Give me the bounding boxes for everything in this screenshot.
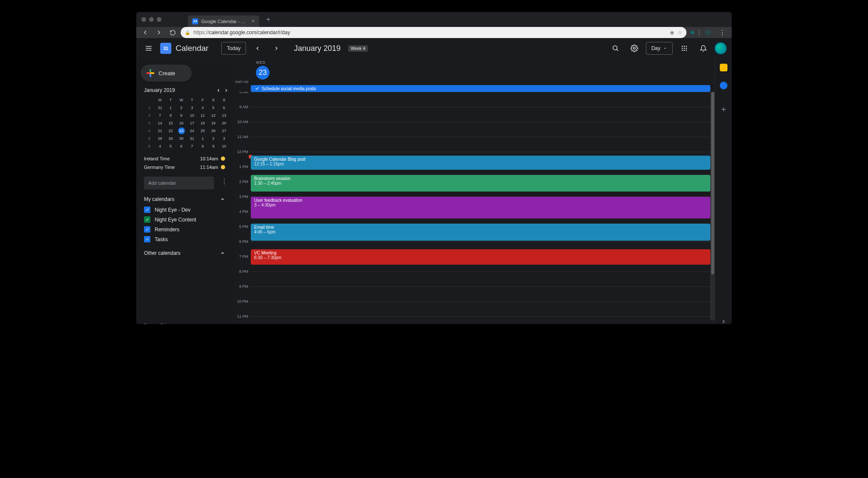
new-tab-button[interactable]: ＋ bbox=[263, 14, 274, 25]
back-button[interactable] bbox=[140, 27, 151, 38]
hour-slot[interactable] bbox=[251, 316, 710, 324]
mini-day-cell[interactable]: 27 bbox=[219, 127, 229, 135]
other-calendars-section[interactable]: Other calendars bbox=[136, 245, 233, 258]
mini-day-cell[interactable]: 4 bbox=[155, 142, 165, 150]
extension-icon[interactable] bbox=[691, 31, 694, 34]
mini-day-cell[interactable]: 2 bbox=[208, 135, 219, 142]
next-period-button[interactable] bbox=[269, 41, 284, 56]
calendar-event[interactable]: VC Meeting6:30 – 7:30pm bbox=[251, 249, 710, 265]
add-calendar-input[interactable]: Add calendar bbox=[144, 177, 214, 189]
calendar-checkbox[interactable]: ✓ bbox=[144, 216, 150, 223]
mini-next-month[interactable] bbox=[223, 87, 229, 94]
calendar-checkbox[interactable]: ✓ bbox=[144, 207, 150, 213]
browser-menu-icon[interactable]: ⋮ bbox=[716, 29, 728, 37]
scrollbar-thumb[interactable] bbox=[711, 92, 714, 274]
mini-day-cell[interactable]: 14 bbox=[155, 119, 165, 127]
privacy-link[interactable]: Privacy bbox=[160, 323, 174, 324]
mini-day-cell[interactable]: 6 bbox=[219, 104, 229, 112]
add-calendar-menu-icon[interactable]: ⋮ bbox=[221, 177, 233, 186]
scrollbar[interactable] bbox=[710, 92, 715, 320]
apps-grid-icon[interactable] bbox=[677, 41, 692, 56]
mini-day-cell[interactable]: 17 bbox=[187, 119, 197, 127]
mini-day-cell[interactable]: 5 bbox=[165, 142, 176, 150]
close-window[interactable] bbox=[141, 17, 146, 22]
bookmark-icon[interactable]: ☆ bbox=[677, 30, 682, 35]
address-bar[interactable]: 🔒 https://calendar.google.com/calendar/r… bbox=[181, 27, 686, 38]
mini-day-cell[interactable]: 9 bbox=[176, 112, 187, 119]
keep-icon[interactable] bbox=[720, 64, 727, 71]
mini-day-cell[interactable]: 1 bbox=[197, 135, 208, 142]
collapse-panel-icon[interactable] bbox=[721, 319, 727, 324]
calendar-event[interactable]: Email time4:45 – 6pm bbox=[251, 224, 710, 241]
extension-settings-icon[interactable] bbox=[703, 27, 714, 38]
mini-day-cell[interactable]: 3 bbox=[187, 104, 197, 112]
hour-slot[interactable] bbox=[251, 137, 710, 152]
mini-day-cell[interactable]: 22 bbox=[165, 127, 176, 135]
all-day-event[interactable]: Schedule social media posts bbox=[251, 85, 710, 92]
reload-button[interactable] bbox=[167, 27, 178, 38]
mini-day-cell[interactable]: 13 bbox=[219, 112, 229, 119]
calendar-checkbox[interactable]: ✓ bbox=[144, 226, 150, 233]
mini-day-cell[interactable]: 19 bbox=[208, 119, 219, 127]
browser-tab[interactable]: 23 Google Calendar - Wednesday ✕ bbox=[188, 15, 259, 27]
mini-day-cell[interactable]: 31 bbox=[155, 104, 165, 112]
hour-slot[interactable] bbox=[251, 271, 710, 286]
mini-day-cell[interactable]: 26 bbox=[208, 127, 219, 135]
site-info-icon[interactable]: ◉ bbox=[670, 30, 674, 35]
create-button[interactable]: Create bbox=[141, 65, 192, 82]
calendar-item[interactable]: ✓Reminders bbox=[144, 224, 225, 234]
day-number[interactable]: 23 bbox=[256, 66, 270, 80]
calendar-event[interactable]: Google Calendar Blog post12:15 – 1:15pm bbox=[251, 156, 710, 170]
hour-slot[interactable] bbox=[251, 92, 710, 107]
mini-day-cell[interactable]: 7 bbox=[155, 112, 165, 119]
hour-slot[interactable] bbox=[251, 122, 710, 137]
mini-day-cell[interactable]: 16 bbox=[176, 119, 187, 127]
mini-day-cell[interactable]: 4 bbox=[197, 104, 208, 112]
calendar-item[interactable]: ✓Night Eye - Dev bbox=[144, 205, 225, 215]
mini-day-cell[interactable]: 2 bbox=[176, 104, 187, 112]
mini-day-cell[interactable]: 5 bbox=[208, 104, 219, 112]
hour-slot[interactable] bbox=[251, 107, 710, 122]
mini-day-cell[interactable]: 12 bbox=[208, 112, 219, 119]
close-tab-icon[interactable]: ✕ bbox=[251, 18, 255, 24]
mini-day-cell[interactable]: 28 bbox=[155, 135, 165, 142]
mini-day-cell[interactable]: 10 bbox=[187, 112, 197, 119]
mini-day-cell[interactable]: 11 bbox=[197, 112, 208, 119]
calendar-event[interactable]: User feedback evaluation3 – 4:30pm bbox=[251, 197, 710, 218]
mini-day-cell[interactable]: 3 bbox=[219, 135, 229, 142]
today-button[interactable]: Today bbox=[221, 42, 246, 55]
mini-day-cell[interactable]: 10 bbox=[219, 142, 229, 150]
mini-prev-month[interactable] bbox=[215, 87, 222, 94]
hour-slot[interactable] bbox=[251, 286, 710, 301]
tasks-icon[interactable] bbox=[720, 82, 727, 89]
calendar-item[interactable]: ✓Night Eye Content bbox=[144, 215, 225, 224]
calendar-event[interactable]: Brainstorm session1:30 – 2:45pm bbox=[251, 175, 710, 191]
calendar-checkbox[interactable]: ✓ bbox=[144, 236, 150, 242]
mini-day-cell[interactable]: 6 bbox=[176, 142, 187, 150]
mini-day-cell[interactable]: 7 bbox=[187, 142, 197, 150]
mini-day-cell[interactable]: 24 bbox=[187, 127, 197, 135]
mini-day-cell[interactable]: 8 bbox=[197, 142, 208, 150]
minimize-window[interactable] bbox=[149, 17, 154, 22]
mini-day-cell[interactable]: 23 bbox=[176, 127, 187, 135]
mini-day-cell[interactable]: 8 bbox=[165, 112, 176, 119]
prev-period-button[interactable] bbox=[250, 41, 265, 56]
mini-day-cell[interactable]: 18 bbox=[197, 119, 208, 127]
mini-day-cell[interactable]: 29 bbox=[165, 135, 176, 142]
terms-link[interactable]: Terms bbox=[144, 323, 155, 324]
mini-day-cell[interactable]: 30 bbox=[176, 135, 187, 142]
mini-day-cell[interactable]: 1 bbox=[165, 104, 176, 112]
mini-day-cell[interactable]: 25 bbox=[197, 127, 208, 135]
account-avatar[interactable] bbox=[715, 42, 727, 54]
maximize-window[interactable] bbox=[157, 17, 161, 22]
mini-day-cell[interactable]: 31 bbox=[187, 135, 197, 142]
mini-day-cell[interactable]: 9 bbox=[208, 142, 219, 150]
forward-button[interactable] bbox=[153, 27, 164, 38]
add-addon-icon[interactable]: ＋ bbox=[720, 104, 727, 114]
mini-calendar-grid[interactable]: MTWTFSS 13112345627891011121331415161718… bbox=[144, 96, 229, 150]
settings-icon[interactable] bbox=[627, 41, 642, 56]
hour-slot[interactable] bbox=[251, 301, 710, 316]
calendar-item[interactable]: ✓Tasks bbox=[144, 234, 225, 244]
my-calendars-section[interactable]: My calendars bbox=[136, 191, 233, 204]
main-menu-icon[interactable] bbox=[141, 41, 156, 56]
